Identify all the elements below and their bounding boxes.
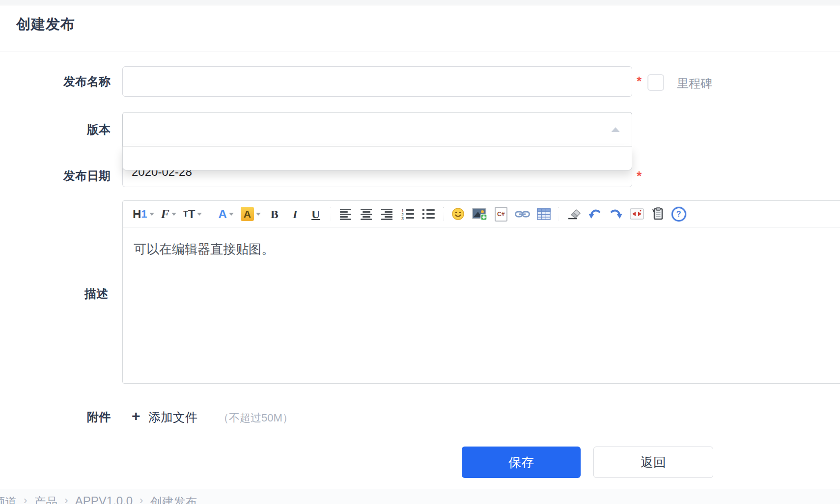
editor-content[interactable]: 可以在编辑器直接贴图。 (123, 227, 840, 271)
italic-button[interactable]: I (288, 205, 302, 223)
highlight-color-button[interactable]: A (241, 205, 261, 223)
align-right-icon (381, 208, 393, 220)
fullscreen-button[interactable] (630, 205, 644, 223)
toolbar-divider (559, 207, 559, 221)
version-select[interactable] (122, 112, 632, 146)
align-right-button[interactable] (380, 205, 394, 223)
attachments-label: 附件 (0, 409, 111, 425)
editor-text: 可以在编辑器直接贴图。 (134, 242, 274, 256)
top-strip (0, 0, 840, 5)
toolbar-divider (331, 207, 331, 221)
release-name-required-marker: * (637, 74, 642, 89)
save-button[interactable]: 保存 (462, 447, 581, 478)
insert-image-button[interactable] (472, 205, 487, 223)
unordered-list-button[interactable] (421, 205, 435, 223)
create-release-page: 创建发布 发布名称 * 里程碑 版本 发布日期 * 描述 H1 F TT A (0, 0, 840, 504)
breadcrumb-item[interactable]: 产品 (34, 494, 57, 504)
heading-label: H (133, 208, 141, 220)
bold-icon: B (271, 208, 279, 220)
release-date-required-marker: * (637, 168, 642, 184)
breadcrumb: 频道 › 产品 › APPV1.0.0 › 创建发布 (0, 494, 197, 504)
emoji-button[interactable] (451, 205, 465, 223)
font-family-button[interactable]: F (161, 205, 176, 223)
insert-link-button[interactable] (515, 205, 530, 223)
align-center-button[interactable] (360, 205, 373, 223)
chevron-down-icon (149, 213, 154, 216)
breadcrumb-item[interactable]: APPV1.0.0 (75, 494, 133, 504)
chevron-up-icon (611, 127, 620, 132)
help-button[interactable]: ? (672, 205, 686, 223)
align-left-icon (339, 208, 352, 220)
milestone-checkbox[interactable] (647, 74, 664, 91)
insert-table-button[interactable] (537, 205, 551, 223)
page-title: 创建发布 (16, 15, 75, 34)
chevron-down-icon (197, 213, 202, 216)
insert-code-button[interactable]: C# (494, 205, 508, 223)
undo-button[interactable] (588, 205, 602, 223)
redo-icon (609, 208, 622, 220)
ordered-list-icon: 1 2 3 (401, 208, 415, 220)
insert-image-icon (472, 207, 487, 221)
svg-text:3: 3 (401, 216, 404, 220)
insert-table-icon (537, 208, 551, 220)
emoji-icon (451, 207, 465, 221)
font-size-small-label: T (183, 210, 188, 218)
breadcrumb-separator-icon: › (140, 494, 143, 504)
editor-toolbar: H1 F TT A A B I U (123, 201, 840, 227)
version-label: 版本 (0, 122, 111, 138)
breadcrumb-separator-icon: › (24, 494, 27, 504)
paste-icon (651, 207, 664, 221)
font-size-button[interactable]: TT (183, 205, 202, 223)
highlight-color-icon: A (241, 207, 254, 221)
font-size-large-label: T (188, 208, 196, 220)
paste-button[interactable] (651, 205, 665, 223)
bold-button[interactable]: B (268, 205, 281, 223)
help-icon: ? (672, 207, 686, 222)
heading-level-label: 1 (141, 209, 147, 220)
unordered-list-icon (421, 208, 435, 220)
heading-button[interactable]: H1 (133, 205, 154, 223)
eraser-button[interactable] (567, 205, 582, 223)
underline-button[interactable]: U (309, 205, 323, 223)
back-button[interactable]: 返回 (593, 447, 713, 478)
ordered-list-button[interactable]: 1 2 3 (401, 205, 415, 223)
breadcrumb-item[interactable]: 频道 (0, 494, 17, 504)
fullscreen-icon (630, 208, 644, 220)
release-date-label: 发布日期 (0, 168, 111, 184)
attachment-size-hint: （不超过50M） (218, 411, 293, 425)
description-editor: H1 F TT A A B I U (122, 200, 840, 384)
breadcrumb-separator-icon: › (64, 494, 68, 504)
insert-code-icon: C# (495, 207, 507, 222)
insert-link-icon (515, 209, 530, 220)
underline-icon: U (311, 208, 320, 220)
chevron-down-icon (171, 213, 176, 216)
undo-icon (588, 208, 602, 220)
eraser-icon (567, 208, 582, 220)
chevron-down-icon (256, 213, 261, 216)
header-divider (0, 52, 840, 52)
redo-button[interactable] (609, 205, 623, 223)
code-label: C# (497, 211, 504, 218)
align-center-icon (360, 208, 373, 220)
font-color-icon: A (218, 208, 226, 220)
toolbar-divider (210, 207, 210, 221)
description-label: 描述 (0, 286, 108, 302)
plus-icon[interactable]: + (132, 408, 140, 424)
release-name-input[interactable] (122, 66, 632, 97)
breadcrumb-item[interactable]: 创建发布 (150, 494, 197, 504)
toolbar-divider (443, 207, 444, 221)
align-left-button[interactable] (339, 205, 353, 223)
chevron-down-icon (229, 213, 234, 216)
font-family-icon: F (161, 208, 169, 221)
help-label: ? (676, 210, 681, 219)
milestone-label: 里程碑 (677, 76, 712, 91)
version-dropdown-panel[interactable] (122, 146, 632, 170)
add-file-button[interactable]: 添加文件 (148, 409, 197, 425)
italic-icon: I (293, 208, 297, 220)
release-name-label: 发布名称 (0, 74, 111, 89)
font-color-button[interactable]: A (218, 205, 233, 223)
